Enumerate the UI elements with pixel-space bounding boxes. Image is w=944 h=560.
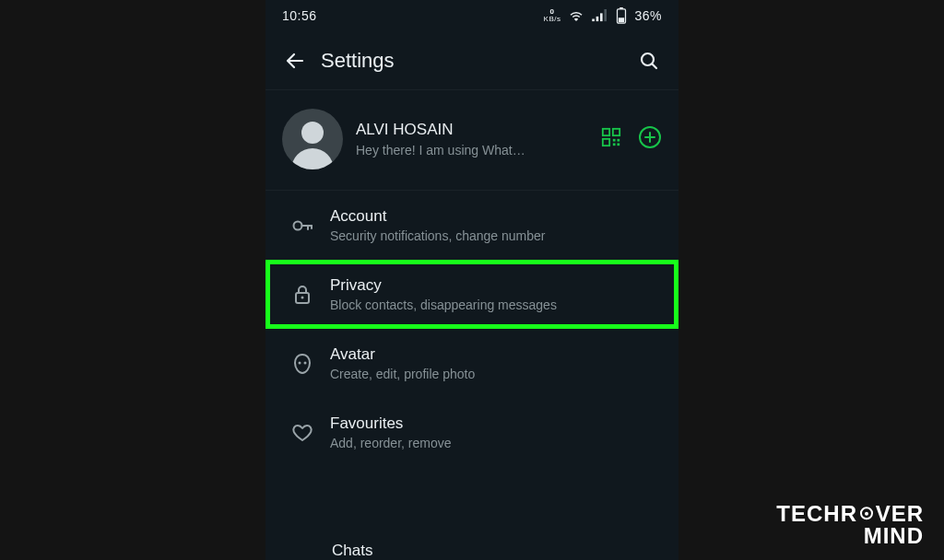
wifi-icon [568,9,584,22]
svg-point-17 [294,221,302,229]
svg-point-8 [301,122,324,144]
svg-rect-3 [605,9,608,21]
arrow-back-icon [284,50,306,72]
svg-rect-6 [619,18,624,22]
data-rate: 0 KB/s [544,8,561,23]
battery-text: 36% [634,8,662,23]
profile-actions [601,125,662,153]
watermark-text: MIND [776,525,924,547]
svg-rect-0 [593,19,596,22]
svg-rect-13 [617,139,620,142]
profile-meta: ALVI HOSAIN Hey there! I am using What… [343,121,601,158]
row-subtitle: Add, reorder, remove [330,436,662,450]
svg-rect-12 [613,139,616,142]
svg-rect-15 [617,143,620,146]
page-title: Settings [321,49,629,73]
svg-point-19 [301,296,304,298]
heart-icon [282,422,323,444]
search-icon [638,50,660,72]
watermark-text: VER [876,501,924,526]
key-icon [282,215,323,237]
watermark-text: TECHR [776,501,857,526]
svg-point-20 [299,361,301,364]
svg-rect-11 [603,139,609,146]
row-subtitle: Block contacts, disappearing messages [330,298,662,312]
status-time: 10:56 [282,8,317,23]
status-bar: 10:56 0 KB/s [266,0,678,31]
back-button[interactable] [275,41,315,81]
settings-row-favourites[interactable]: Favourites Add, reorder, remove [266,398,678,467]
row-title: Avatar [330,345,662,364]
row-title: Account [330,207,662,226]
search-button[interactable] [629,41,669,81]
settings-row-privacy[interactable]: Privacy Block contacts, disappearing mes… [266,260,678,329]
row-title: Privacy [330,276,662,295]
signal-icon [592,9,608,22]
qr-code-button[interactable] [601,127,621,151]
row-title: Favourites [330,414,662,433]
settings-row-account[interactable]: Account Security notifications, change n… [266,191,678,260]
avatar [282,109,343,169]
settings-row-avatar[interactable]: Avatar Create, edit, profile photo [266,329,678,398]
profile-name: ALVI HOSAIN [356,121,588,139]
lock-icon [282,284,323,306]
plus-circle-icon [638,125,662,149]
svg-rect-9 [603,129,609,135]
svg-rect-1 [596,17,599,21]
settings-row-chats[interactable]: Chats [266,536,678,560]
svg-point-21 [304,361,307,364]
profile-row[interactable]: ALVI HOSAIN Hey there! I am using What… [266,90,678,191]
app-bar: Settings [266,31,678,90]
svg-rect-14 [613,143,616,146]
battery-icon [616,7,627,24]
row-subtitle: Create, edit, profile photo [330,367,662,381]
profile-status: Hey there! I am using What… [356,143,588,158]
row-title: Chats [332,542,372,559]
svg-rect-10 [613,129,620,135]
row-subtitle: Security notifications, change number [330,228,662,243]
stage: 10:56 0 KB/s [0,0,944,560]
add-button[interactable] [638,125,662,153]
qr-code-icon [601,127,621,147]
watermark-o-logo: O [857,503,876,525]
svg-rect-2 [600,13,603,21]
avatar-face-icon [282,353,323,375]
status-right: 0 KB/s [544,7,662,24]
watermark: TECHROVER MIND [776,503,924,547]
phone-frame: 10:56 0 KB/s [266,0,678,560]
